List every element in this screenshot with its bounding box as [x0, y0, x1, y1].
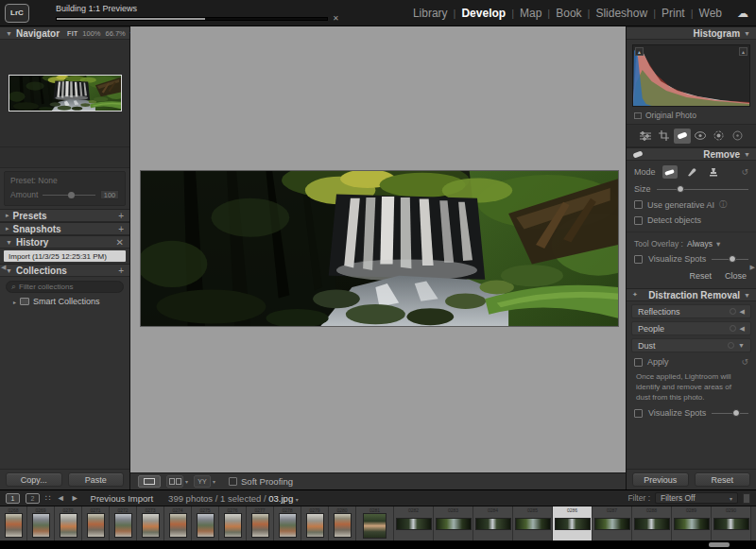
filmstrip-cell[interactable]: 0285: [513, 506, 553, 540]
dust-visualize-spots-slider-knob[interactable]: [732, 409, 740, 417]
collections-search[interactable]: ⌕: [6, 281, 124, 293]
filmstrip-cell[interactable]: 0282: [394, 506, 434, 540]
filmstrip-cell[interactable]: 0288: [632, 506, 672, 540]
filmstrip-cell[interactable]: 0278: [274, 506, 301, 540]
info-icon[interactable]: ⓘ: [719, 199, 727, 210]
filmstrip-thumbnail[interactable]: [396, 518, 432, 530]
filmstrip-thumbnail[interactable]: [634, 518, 670, 530]
filmstrip-cell[interactable]: 0280: [329, 506, 356, 540]
navigator-preview[interactable]: [0, 40, 129, 147]
filmstrip-cell[interactable]: 0274: [164, 506, 192, 540]
navigator-thumbnail[interactable]: [9, 75, 122, 112]
filter-dropdown[interactable]: Filters Off ▾: [655, 492, 738, 504]
filmstrip-thumbnail[interactable]: [363, 513, 387, 539]
clone-mode-icon[interactable]: [706, 165, 721, 179]
tool-overlay-select[interactable]: Always: [687, 239, 713, 249]
detect-objects-checkbox[interactable]: [634, 216, 643, 225]
zoom-100-button[interactable]: 100%: [82, 29, 100, 38]
collapse-right-panel-icon[interactable]: ▶: [750, 264, 755, 271]
add-preset-icon[interactable]: +: [118, 211, 124, 221]
scrollbar-handle[interactable]: [709, 542, 730, 547]
collapse-left-icon[interactable]: ◀: [740, 325, 745, 333]
filmstrip-thumbnail[interactable]: [515, 518, 551, 530]
copy-button[interactable]: Copy...: [6, 472, 62, 487]
module-tab-develop[interactable]: Develop: [455, 7, 511, 20]
loupe-view-button[interactable]: [138, 475, 161, 488]
module-tab-slideshow[interactable]: Slideshow: [590, 7, 653, 20]
filmstrip-thumbnail[interactable]: [555, 518, 591, 530]
filmstrip-cell[interactable]: 0277: [247, 506, 274, 540]
size-slider-knob[interactable]: [677, 185, 684, 193]
filmstrip-thumbnail[interactable]: [114, 513, 132, 538]
filmstrip-cell[interactable]: 0281: [356, 506, 394, 540]
size-slider[interactable]: [657, 189, 748, 190]
filmstrip-cell[interactable]: 0279: [301, 506, 329, 540]
filmstrip-thumbnail[interactable]: [142, 513, 160, 538]
filmstrip-cell[interactable]: 0270: [55, 506, 82, 540]
remove-tool-icon[interactable]: [674, 129, 691, 144]
visualize-spots-slider[interactable]: [712, 259, 748, 260]
highlight-clipping-icon[interactable]: ▲: [739, 47, 747, 56]
crop-icon[interactable]: [655, 129, 672, 144]
filmstrip-cell[interactable]: 0271: [82, 506, 110, 540]
masking-icon[interactable]: [711, 129, 728, 144]
dust-section[interactable]: Dust ▼: [631, 338, 751, 352]
amount-slider[interactable]: [43, 195, 95, 196]
filmstrip-cell[interactable]: 0284: [473, 506, 513, 540]
distraction-removal-header[interactable]: ✦ Distraction Removal ▼: [627, 288, 756, 301]
previous-button[interactable]: Previous: [632, 472, 689, 487]
shadow-clipping-icon[interactable]: ▲: [635, 47, 644, 56]
filmstrip-thumbnail[interactable]: [251, 513, 269, 538]
lens-blur-icon[interactable]: [729, 129, 746, 144]
filmstrip-thumbnail[interactable]: [436, 518, 472, 530]
filmstrip-cell[interactable]: 0276: [219, 506, 247, 540]
filmstrip-source[interactable]: Previous Import: [91, 493, 154, 504]
cloud-sync-icon[interactable]: ☁: [737, 7, 748, 20]
dust-visualize-spots-checkbox[interactable]: [634, 409, 643, 418]
history-step-import[interactable]: Import (11/3/25 12:25:31 PM): [4, 250, 126, 262]
filmstrip-thumbnail[interactable]: [674, 518, 710, 530]
collection-item-smart-collections[interactable]: ▸ Smart Collections: [6, 297, 124, 306]
mode-reset-icon[interactable]: ↺: [741, 167, 748, 177]
edit-sliders-icon[interactable]: [637, 129, 654, 144]
navigator-header[interactable]: ▼ Navigator FIT 100% 66.7% ▾: [0, 26, 129, 40]
filmstrip-status[interactable]: 399 photos / 1 selected / 03.jpg ▾: [168, 493, 299, 504]
filmstrip-thumbnail[interactable]: [32, 513, 50, 538]
collections-search-input[interactable]: [19, 283, 118, 291]
filmstrip-thumbnail[interactable]: [594, 518, 630, 530]
collapse-left-panel-icon[interactable]: ◀: [1, 264, 6, 271]
main-window-button[interactable]: 1: [6, 493, 20, 504]
red-eye-icon[interactable]: [692, 129, 709, 144]
filmstrip-cell[interactable]: 0275: [192, 506, 219, 540]
reference-view-button[interactable]: [166, 475, 183, 488]
add-snapshot-icon[interactable]: +: [118, 224, 124, 234]
filmstrip-thumbnail[interactable]: [713, 518, 749, 530]
filmstrip-cell[interactable]: 0283: [434, 506, 473, 540]
snapshots-header[interactable]: ▸ Snapshots +: [0, 222, 129, 235]
heal-mode-icon[interactable]: [684, 165, 699, 179]
clear-history-icon[interactable]: ✕: [116, 237, 124, 248]
filmstrip-cell[interactable]: 0268: [0, 506, 27, 540]
filmstrip-cell[interactable]: 0273: [137, 506, 164, 540]
before-after-button[interactable]: YY: [194, 475, 211, 488]
filmstrip-cell[interactable]: 0272: [110, 506, 137, 540]
second-window-button[interactable]: 2: [26, 493, 40, 504]
main-photo[interactable]: [140, 170, 619, 327]
zoom-ratio-button[interactable]: 66.7%: [106, 29, 126, 38]
filmstrip-thumbnail[interactable]: [5, 513, 23, 538]
history-header[interactable]: ▼ History ✕: [0, 235, 129, 249]
remove-reset-button[interactable]: Reset: [689, 271, 712, 281]
filmstrip-thumbnail[interactable]: [224, 513, 242, 538]
filmstrip-cell[interactable]: 0289: [672, 506, 712, 540]
module-tab-book[interactable]: Book: [550, 7, 587, 20]
module-tab-library[interactable]: Library: [407, 7, 454, 20]
grid-view-icon[interactable]: ∷: [45, 493, 51, 503]
dust-reset-icon[interactable]: ↺: [741, 357, 748, 367]
visualize-spots-slider-knob[interactable]: [729, 255, 736, 263]
filmstrip-thumbnail[interactable]: [87, 513, 105, 538]
dust-visualize-spots-slider[interactable]: [712, 413, 748, 414]
paste-button[interactable]: Paste: [68, 472, 125, 487]
reset-button[interactable]: Reset: [695, 472, 751, 487]
soft-proofing-checkbox[interactable]: [229, 477, 237, 486]
module-tab-print[interactable]: Print: [656, 7, 691, 20]
